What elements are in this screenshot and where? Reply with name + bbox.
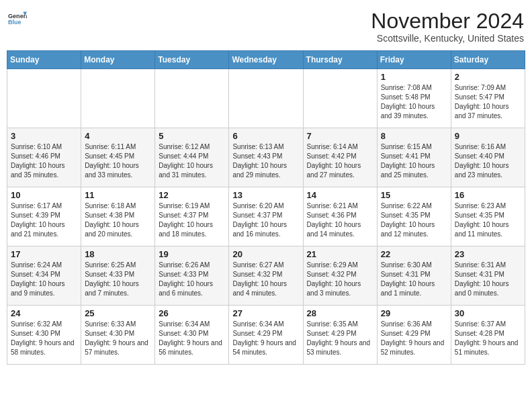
calendar-cell: 30Sunrise: 6:37 AM Sunset: 4:28 PM Dayli… xyxy=(451,306,525,365)
day-info: Sunrise: 6:11 AM Sunset: 4:45 PM Dayligh… xyxy=(85,142,151,180)
day-info: Sunrise: 6:21 AM Sunset: 4:36 PM Dayligh… xyxy=(307,201,373,239)
day-number: 27 xyxy=(232,308,299,318)
day-info: Sunrise: 6:32 AM Sunset: 4:30 PM Dayligh… xyxy=(11,320,77,357)
page-header: General Blue November 2024 Scottsville, … xyxy=(7,7,525,46)
day-info: Sunrise: 6:23 AM Sunset: 4:35 PM Dayligh… xyxy=(455,201,521,239)
day-number: 11 xyxy=(85,190,151,200)
calendar-week-1: 1Sunrise: 7:08 AM Sunset: 5:48 PM Daylig… xyxy=(7,69,525,128)
day-number: 10 xyxy=(11,190,77,200)
day-info: Sunrise: 6:36 AM Sunset: 4:29 PM Dayligh… xyxy=(381,320,447,357)
calendar-cell: 20Sunrise: 6:27 AM Sunset: 4:32 PM Dayli… xyxy=(229,246,303,306)
day-number: 9 xyxy=(455,131,521,141)
calendar-cell: 22Sunrise: 6:30 AM Sunset: 4:31 PM Dayli… xyxy=(377,246,451,306)
day-info: Sunrise: 6:12 AM Sunset: 4:44 PM Dayligh… xyxy=(159,142,225,180)
calendar-cell: 14Sunrise: 6:21 AM Sunset: 4:36 PM Dayli… xyxy=(303,187,377,246)
day-info: Sunrise: 7:08 AM Sunset: 5:48 PM Dayligh… xyxy=(381,83,447,121)
day-number: 4 xyxy=(85,131,151,141)
day-number: 3 xyxy=(11,131,77,141)
day-info: Sunrise: 6:35 AM Sunset: 4:29 PM Dayligh… xyxy=(307,320,373,357)
weekday-header-friday: Friday xyxy=(377,51,451,69)
calendar-cell: 2Sunrise: 7:09 AM Sunset: 5:47 PM Daylig… xyxy=(451,69,525,128)
day-info: Sunrise: 6:22 AM Sunset: 4:35 PM Dayligh… xyxy=(381,201,447,239)
day-number: 24 xyxy=(11,308,77,318)
calendar-cell xyxy=(303,69,377,128)
day-info: Sunrise: 6:24 AM Sunset: 4:34 PM Dayligh… xyxy=(11,261,77,298)
day-number: 6 xyxy=(232,131,299,141)
calendar-cell: 19Sunrise: 6:26 AM Sunset: 4:33 PM Dayli… xyxy=(155,246,229,306)
calendar-cell: 26Sunrise: 6:34 AM Sunset: 4:30 PM Dayli… xyxy=(155,306,229,365)
day-info: Sunrise: 6:25 AM Sunset: 4:33 PM Dayligh… xyxy=(85,261,151,298)
calendar-cell xyxy=(81,69,155,128)
day-info: Sunrise: 6:29 AM Sunset: 4:32 PM Dayligh… xyxy=(307,261,373,298)
day-number: 14 xyxy=(307,190,373,200)
calendar-week-2: 3Sunrise: 6:10 AM Sunset: 4:46 PM Daylig… xyxy=(7,128,525,187)
day-info: Sunrise: 6:18 AM Sunset: 4:38 PM Dayligh… xyxy=(85,201,151,239)
day-number: 23 xyxy=(455,249,521,259)
weekday-header-wednesday: Wednesday xyxy=(229,51,303,69)
day-number: 25 xyxy=(85,308,151,318)
calendar-cell: 11Sunrise: 6:18 AM Sunset: 4:38 PM Dayli… xyxy=(81,187,155,246)
weekday-header-sunday: Sunday xyxy=(7,51,81,69)
calendar-cell: 9Sunrise: 6:16 AM Sunset: 4:40 PM Daylig… xyxy=(451,128,525,187)
day-number: 17 xyxy=(11,249,77,259)
calendar-cell xyxy=(155,69,229,128)
day-number: 2 xyxy=(455,72,521,82)
logo: General Blue xyxy=(8,9,27,28)
day-number: 22 xyxy=(381,249,447,259)
day-number: 30 xyxy=(455,308,521,318)
calendar-cell: 7Sunrise: 6:14 AM Sunset: 4:42 PM Daylig… xyxy=(303,128,377,187)
day-number: 20 xyxy=(232,249,299,259)
calendar-cell: 16Sunrise: 6:23 AM Sunset: 4:35 PM Dayli… xyxy=(451,187,525,246)
calendar-cell: 6Sunrise: 6:13 AM Sunset: 4:43 PM Daylig… xyxy=(229,128,303,187)
day-info: Sunrise: 7:09 AM Sunset: 5:47 PM Dayligh… xyxy=(455,83,521,121)
svg-text:Blue: Blue xyxy=(8,19,21,26)
day-info: Sunrise: 6:20 AM Sunset: 4:37 PM Dayligh… xyxy=(232,201,299,239)
day-info: Sunrise: 6:31 AM Sunset: 4:31 PM Dayligh… xyxy=(455,261,521,298)
day-number: 19 xyxy=(159,249,225,259)
calendar-cell: 10Sunrise: 6:17 AM Sunset: 4:39 PM Dayli… xyxy=(7,187,81,246)
month-title: November 2024 xyxy=(371,9,524,33)
day-number: 5 xyxy=(159,131,225,141)
logo-icon: General Blue xyxy=(8,9,27,28)
calendar-cell: 17Sunrise: 6:24 AM Sunset: 4:34 PM Dayli… xyxy=(7,246,81,306)
weekday-header-saturday: Saturday xyxy=(451,51,525,69)
day-number: 16 xyxy=(455,190,521,200)
day-number: 13 xyxy=(232,190,299,200)
calendar-week-5: 24Sunrise: 6:32 AM Sunset: 4:30 PM Dayli… xyxy=(7,306,525,365)
day-info: Sunrise: 6:17 AM Sunset: 4:39 PM Dayligh… xyxy=(11,201,77,239)
calendar-body: 1Sunrise: 7:08 AM Sunset: 5:48 PM Daylig… xyxy=(7,69,525,365)
calendar-cell: 21Sunrise: 6:29 AM Sunset: 4:32 PM Dayli… xyxy=(303,246,377,306)
day-info: Sunrise: 6:15 AM Sunset: 4:41 PM Dayligh… xyxy=(381,142,447,180)
calendar-cell: 24Sunrise: 6:32 AM Sunset: 4:30 PM Dayli… xyxy=(7,306,81,365)
weekday-header-thursday: Thursday xyxy=(303,51,377,69)
calendar-cell: 1Sunrise: 7:08 AM Sunset: 5:48 PM Daylig… xyxy=(377,69,451,128)
day-number: 26 xyxy=(159,308,225,318)
day-number: 1 xyxy=(381,72,447,82)
day-number: 18 xyxy=(85,249,151,259)
calendar-cell xyxy=(229,69,303,128)
title-area: November 2024 Scottsville, Kentucky, Uni… xyxy=(371,9,524,44)
day-info: Sunrise: 6:13 AM Sunset: 4:43 PM Dayligh… xyxy=(232,142,299,180)
day-number: 15 xyxy=(381,190,447,200)
calendar-cell: 4Sunrise: 6:11 AM Sunset: 4:45 PM Daylig… xyxy=(81,128,155,187)
day-number: 12 xyxy=(159,190,225,200)
day-info: Sunrise: 6:26 AM Sunset: 4:33 PM Dayligh… xyxy=(159,261,225,298)
weekday-header-tuesday: Tuesday xyxy=(155,51,229,69)
calendar-cell: 27Sunrise: 6:34 AM Sunset: 4:29 PM Dayli… xyxy=(229,306,303,365)
day-info: Sunrise: 6:14 AM Sunset: 4:42 PM Dayligh… xyxy=(307,142,373,180)
weekday-header-row: SundayMondayTuesdayWednesdayThursdayFrid… xyxy=(7,51,525,69)
calendar-cell: 8Sunrise: 6:15 AM Sunset: 4:41 PM Daylig… xyxy=(377,128,451,187)
day-info: Sunrise: 6:34 AM Sunset: 4:29 PM Dayligh… xyxy=(232,320,299,357)
day-info: Sunrise: 6:37 AM Sunset: 4:28 PM Dayligh… xyxy=(455,320,521,357)
calendar-week-3: 10Sunrise: 6:17 AM Sunset: 4:39 PM Dayli… xyxy=(7,187,525,246)
day-info: Sunrise: 6:19 AM Sunset: 4:37 PM Dayligh… xyxy=(159,201,225,239)
calendar-cell: 5Sunrise: 6:12 AM Sunset: 4:44 PM Daylig… xyxy=(155,128,229,187)
calendar-cell: 3Sunrise: 6:10 AM Sunset: 4:46 PM Daylig… xyxy=(7,128,81,187)
calendar-cell: 29Sunrise: 6:36 AM Sunset: 4:29 PM Dayli… xyxy=(377,306,451,365)
day-number: 7 xyxy=(307,131,373,141)
day-info: Sunrise: 6:27 AM Sunset: 4:32 PM Dayligh… xyxy=(232,261,299,298)
calendar-cell: 28Sunrise: 6:35 AM Sunset: 4:29 PM Dayli… xyxy=(303,306,377,365)
calendar-cell: 12Sunrise: 6:19 AM Sunset: 4:37 PM Dayli… xyxy=(155,187,229,246)
calendar-cell: 23Sunrise: 6:31 AM Sunset: 4:31 PM Dayli… xyxy=(451,246,525,306)
day-info: Sunrise: 6:10 AM Sunset: 4:46 PM Dayligh… xyxy=(11,142,77,180)
